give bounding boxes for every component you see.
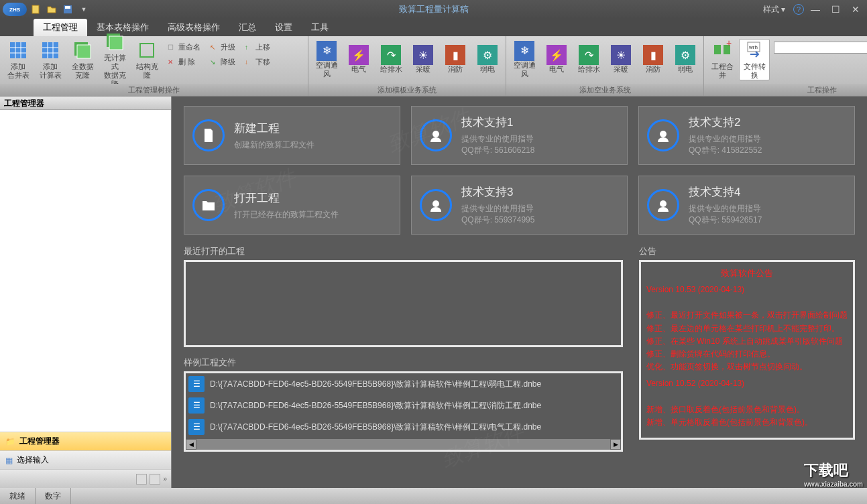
btn-tpl-hvac[interactable]: ❄空调通风 [311,39,342,80]
btn-tpl-weak[interactable]: ⚙弱电 [472,39,503,80]
btn-clone-no-formula[interactable]: 无计算式 数据克隆 [99,39,130,80]
sidebar-tab-select-input[interactable]: ▦选择输入 [0,450,171,469]
recent-projects-panel[interactable] [184,260,623,347]
card-title: 技术支持1 [461,115,619,130]
hvac-icon: ❄ [514,41,534,61]
project-tree[interactable] [0,110,171,432]
app-logo: ZHS [3,3,27,16]
ribbon-tabs: 工程管理 基本表格操作 高级表格操作 汇总 设置 工具 [0,19,867,36]
folder-open-icon [192,189,225,221]
svg-rect-10 [714,45,721,54]
btn-move-up[interactable]: ↑上移 [242,40,273,54]
tab-advanced-table[interactable]: 高级表格操作 [158,19,229,36]
card-support-2[interactable]: 技术支持2提供专业的使用指导QQ群号: 415822552 [638,106,855,165]
headset-icon [647,119,679,151]
card-open-project[interactable]: 打开工程打开已经存在的致算工程文件 [184,176,400,235]
heating-icon: ☀ [611,45,631,65]
card-support-3[interactable]: 技术支持3提供专业的使用指导QQ群号: 559374995 [411,176,628,235]
btn-tpl-heating[interactable]: ☀采暖 [408,39,439,80]
card-qq: QQ群号: 561606218 [461,145,619,156]
btn-file-convert[interactable]: wrh文件转换 [739,39,770,80]
card-qq: QQ群号: 559374995 [461,214,619,226]
grid-blue-icon [40,40,61,61]
btn-downgrade[interactable]: ↘降级 [207,55,238,68]
delete-x-icon: ✕ [168,58,176,66]
sidebar-expand-icon[interactable]: » [163,475,167,483]
btn-empty-hvac[interactable]: ❄空调通风 [509,39,540,80]
qat-save-icon[interactable] [60,3,75,16]
btn-clone-all-data[interactable]: 全数据 克隆 [67,39,98,80]
grid-blue-icon [7,40,29,61]
horizontal-scrollbar[interactable]: ◀ ▶ [186,439,621,450]
svg-point-15 [432,131,439,137]
scroll-right-icon[interactable]: ▶ [610,439,621,450]
sidebar-mini-button[interactable] [150,474,160,485]
app-title: 致算工程量计算稿 [399,3,469,15]
btn-tpl-electric[interactable]: ⚡电气 [343,39,374,80]
btn-empty-electric[interactable]: ⚡电气 [541,39,572,80]
announce-line: 修正、删除货牌在代码的打印信息。 [646,348,848,361]
btn-rename[interactable]: ☐重命名 [165,40,203,54]
card-support-1[interactable]: 技术支持1提供专业的使用指导QQ群号: 561606218 [411,106,628,165]
sample-item[interactable]: D:\{7A7ACBDD-FED6-4ec5-BD26-5549FEB5B968… [186,395,621,416]
close-button[interactable]: ✕ [847,3,864,16]
sidebar-mini-button[interactable] [136,474,147,485]
btn-move-down[interactable]: ↓下移 [242,55,273,68]
card-title: 技术支持4 [689,184,846,200]
svg-rect-8 [109,36,123,50]
btn-tpl-fire[interactable]: ▮消防 [440,39,471,80]
qat-open-icon[interactable] [44,3,59,16]
svg-text:+: + [726,40,732,48]
merge-icon: + [711,40,733,61]
card-new-project[interactable]: 新建工程创建新的致算工程文件 [184,106,400,165]
help-icon[interactable]: ? [793,4,804,15]
announce-version: Version 10.52 (2020-04-13) [646,377,848,390]
svg-rect-4 [42,42,58,58]
tab-summary[interactable]: 汇总 [229,19,266,36]
style-menu[interactable]: 样式 ▾ [758,3,791,17]
ribbon-group-label: 工程操作 [704,84,867,96]
electric-icon: ⚡ [349,45,369,65]
tab-project-management[interactable]: 工程管理 [34,19,87,36]
qat-dropdown-icon[interactable]: ▼ [76,3,91,16]
sidebar: 工程管理器 📁工程管理器 ▦选择输入 » [0,97,172,488]
btn-add-calc-sheet[interactable]: 添加 计算表 [35,39,66,80]
card-qq: QQ群号: 559426517 [689,214,846,226]
sample-item[interactable]: D:\{7A7ACBDD-FED6-4ec5-BD26-5549FEB5B968… [186,416,621,438]
scroll-left-icon[interactable]: ◀ [186,439,196,450]
sample-path: D:\{7A7ACBDD-FED6-4ec5-BD26-5549FEB5B968… [210,422,541,433]
card-sub: 打开已经存在的致算工程文件 [234,208,392,220]
btn-project-merge[interactable]: +工程合并 [707,39,738,80]
sample-item[interactable]: D:\{7A7ACBDD-FED6-4ec5-BD26-5549FEB5B968… [186,373,621,395]
fire-icon: ▮ [445,45,465,65]
fire-icon: ▮ [643,45,663,65]
btn-add-merge-sheet[interactable]: 添加 合并表 [3,39,34,80]
card-qq: QQ群号: 415822552 [689,145,846,156]
sample-projects-panel: D:\{7A7ACBDD-FED6-4ec5-BD26-5549FEB5B968… [184,371,623,452]
sidebar-tab-manager[interactable]: 📁工程管理器 [0,432,171,450]
maximize-button[interactable]: ☐ [827,3,844,16]
qat-new-icon[interactable] [28,3,43,16]
btn-empty-drainage[interactable]: ↷给排水 [573,39,604,80]
btn-clone-structure[interactable]: 结构克隆 [131,39,162,80]
minimize-button[interactable]: — [807,3,824,16]
btn-empty-fire[interactable]: ▮消防 [638,39,669,80]
btn-delete[interactable]: ✕删 除 [165,55,203,68]
grid-green-icon [104,31,125,52]
svg-rect-2 [65,6,70,9]
label: 全数据 克隆 [72,62,94,80]
samples-section-label: 样例工程文件 [184,357,623,369]
btn-tpl-drainage[interactable]: ↷给排水 [375,39,406,80]
announcement-panel: 致算软件公告 Version 10.53 (2020-04-13) 修正、最近打… [639,260,855,440]
card-support-4[interactable]: 技术支持4提供专业的使用指导QQ群号: 559426517 [638,176,855,235]
ribbon-group-label: 添加空业务系统 [506,84,703,96]
btn-empty-heating[interactable]: ☀采暖 [605,39,636,80]
tab-settings[interactable]: 设置 [266,19,302,36]
btn-empty-weak[interactable]: ⚙弱电 [670,39,701,80]
announce-title: 致算软件公告 [646,267,848,279]
ribbon-dropdown[interactable] [774,42,867,54]
headset-icon [647,189,679,221]
btn-upgrade[interactable]: ↖升级 [207,40,238,54]
tab-tools[interactable]: 工具 [302,19,338,36]
label: 添加 合并表 [7,62,30,80]
